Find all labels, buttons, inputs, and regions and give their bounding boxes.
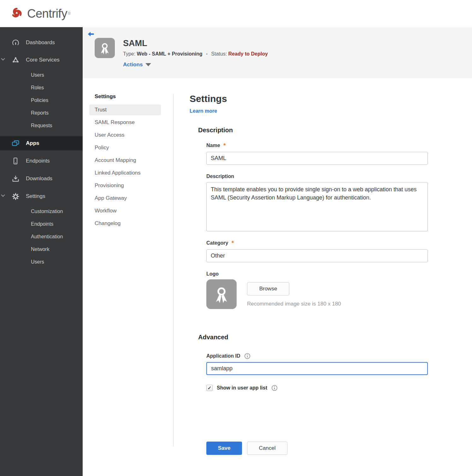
required-asterisk: * xyxy=(223,142,226,149)
separator: • xyxy=(206,51,208,57)
apps-icon xyxy=(11,139,20,147)
sidebar-item-label: Dashboards xyxy=(26,39,55,46)
name-label: Name xyxy=(206,143,220,148)
logo-preview xyxy=(206,279,237,309)
sidebar-item-roles[interactable]: Roles xyxy=(0,81,83,94)
dropdown-triangle-icon xyxy=(145,63,151,66)
sidebar-item-dashboards[interactable]: Dashboards xyxy=(0,34,83,51)
cancel-button[interactable]: Cancel xyxy=(247,442,287,455)
application-id-input[interactable] xyxy=(206,362,428,375)
sidebar-item-network[interactable]: Network xyxy=(0,243,83,256)
sidebar-item-endpoints[interactable]: Endpoints xyxy=(0,152,83,170)
subnav-item-policy[interactable]: Policy xyxy=(89,142,161,153)
subnav-item-saml-response[interactable]: SAML Response xyxy=(89,117,161,128)
sidebar-item-label: Endpoints xyxy=(26,158,50,164)
sidebar-item-customization[interactable]: Customization xyxy=(0,205,83,218)
app-meta: Type: Web - SAML + Provisioning • Status… xyxy=(123,51,268,57)
learn-more-link[interactable]: Learn more xyxy=(190,108,217,114)
settings-icon xyxy=(11,192,20,200)
top-bar: Centrify ® xyxy=(0,0,472,27)
sidebar-item-label: Core Services xyxy=(26,57,60,63)
category-input[interactable] xyxy=(206,249,428,262)
subnav-item-account-mapping[interactable]: Account Mapping xyxy=(89,155,161,166)
brand-name: Centrify xyxy=(27,7,67,21)
sidebar-item-endpoints-settings[interactable]: Endpoints xyxy=(0,218,83,230)
subnav-item-workflow[interactable]: Workflow xyxy=(89,205,161,216)
settings-subnav: Settings Trust SAML Response User Access… xyxy=(89,93,161,476)
panel-title: Settings xyxy=(190,93,472,104)
sidebar-item-label: Downloads xyxy=(26,176,52,182)
app-header: SAML Type: Web - SAML + Provisioning • S… xyxy=(83,27,472,78)
dashboard-icon xyxy=(11,39,20,47)
sidebar-item-label: Apps xyxy=(26,140,39,146)
description-label: Description xyxy=(206,174,234,179)
status-label: Status: xyxy=(211,51,227,57)
endpoints-icon xyxy=(11,157,20,165)
sidebar: Dashboards Core Services Users Roles xyxy=(0,27,83,476)
logo-size-hint: Recommended image size is 180 x 180 xyxy=(247,301,341,307)
show-in-user-app-list-checkbox[interactable] xyxy=(206,385,213,391)
subnav-title: Settings xyxy=(89,93,161,100)
subnav-item-app-gateway[interactable]: App Gateway xyxy=(89,193,161,204)
sidebar-item-downloads[interactable]: Downloads xyxy=(0,170,83,187)
core-services-submenu: Users Roles Policies Reports Requests xyxy=(0,69,83,132)
chevron-down-icon[interactable] xyxy=(1,57,5,63)
subnav-item-changelog[interactable]: Changelog xyxy=(89,218,161,229)
logo-label: Logo xyxy=(206,271,219,277)
subnav-item-provisioning[interactable]: Provisioning xyxy=(89,180,161,191)
sidebar-item-requests[interactable]: Requests xyxy=(0,119,83,132)
downloads-icon xyxy=(11,175,20,183)
settings-panel: Settings Learn more Description Name * D… xyxy=(174,93,472,476)
show-in-user-app-list-label: Show in user app list xyxy=(217,385,267,391)
sidebar-item-users[interactable]: Users xyxy=(0,69,83,81)
info-icon[interactable] xyxy=(244,353,251,359)
browse-button[interactable]: Browse xyxy=(247,282,289,295)
actions-dropdown[interactable]: Actions xyxy=(123,62,151,68)
status-badge: Ready to Deploy xyxy=(228,51,268,57)
core-services-icon xyxy=(11,56,20,64)
save-button[interactable]: Save xyxy=(206,442,242,455)
back-arrow-icon[interactable] xyxy=(87,30,95,38)
sidebar-item-reports[interactable]: Reports xyxy=(0,107,83,119)
name-input[interactable] xyxy=(206,152,428,165)
subnav-item-trust[interactable]: Trust xyxy=(89,104,161,115)
subnav-item-linked-applications[interactable]: Linked Applications xyxy=(89,168,161,178)
sidebar-item-authentication[interactable]: Authentication xyxy=(0,230,83,243)
type-value: Web - SAML + Provisioning xyxy=(137,51,203,57)
sidebar-item-apps[interactable]: Apps xyxy=(0,136,83,151)
type-label: Type: xyxy=(123,51,135,57)
chevron-down-icon[interactable] xyxy=(1,193,5,199)
app-logo xyxy=(95,38,115,58)
description-section-heading: Description xyxy=(198,127,472,134)
category-label: Category xyxy=(206,240,228,246)
subnav-item-user-access[interactable]: User Access xyxy=(89,130,161,140)
sidebar-item-policies[interactable]: Policies xyxy=(0,94,83,107)
settings-submenu: Customization Endpoints Authentication N… xyxy=(0,205,83,268)
actions-label: Actions xyxy=(123,62,143,68)
sidebar-item-users-settings[interactable]: Users xyxy=(0,256,83,268)
description-textarea[interactable]: This template enables you to provide sin… xyxy=(206,182,428,231)
sidebar-item-core-services[interactable]: Core Services xyxy=(0,51,83,69)
registered-mark: ® xyxy=(68,11,71,16)
required-asterisk: * xyxy=(232,240,234,246)
centrify-logo[interactable]: Centrify ® xyxy=(9,5,71,22)
info-icon[interactable] xyxy=(271,385,278,391)
sidebar-item-label: Settings xyxy=(26,193,45,199)
advanced-section-heading: Advanced xyxy=(198,334,472,341)
application-id-label: Application ID xyxy=(206,353,240,359)
sidebar-item-settings[interactable]: Settings xyxy=(0,187,83,205)
page-title: SAML xyxy=(123,39,268,48)
centrify-swirl-icon xyxy=(9,5,25,22)
